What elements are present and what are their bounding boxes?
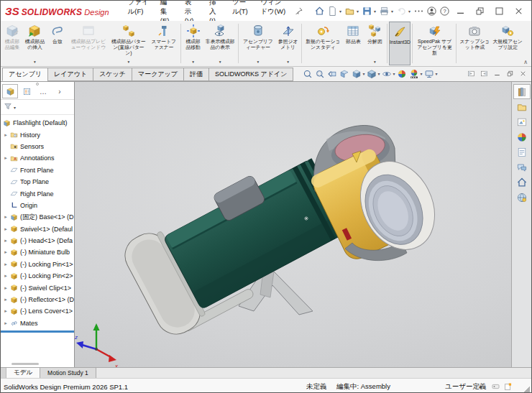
dropdown-caret-icon[interactable]: ▾ xyxy=(391,9,393,14)
filter-caret-icon[interactable]: ▾ xyxy=(14,105,16,110)
ribbon-bom-button[interactable]: 部品表 xyxy=(342,22,364,65)
view-orientation-button[interactable]: ▾ xyxy=(352,69,364,79)
ribbon-move-component-button[interactable]: 構成部品移動▾ xyxy=(183,22,204,65)
ribbon-show-hidden-components-button[interactable]: 非表示構成部品の表示▾ xyxy=(204,22,237,65)
taskpane-custom-properties-button[interactable] xyxy=(513,144,531,159)
print-doc-button[interactable] xyxy=(378,5,390,17)
tree-item-locking-pin-1[interactable]: ▸(-) Locking Pin<1> xyxy=(1,259,74,270)
dropdown-caret-icon[interactable]: ▾ xyxy=(420,71,422,76)
tree-item-mates[interactable]: ▸Mates xyxy=(1,318,74,329)
help-button[interactable]: ? xyxy=(439,5,451,17)
window-close-button[interactable] xyxy=(509,4,528,18)
expander-icon[interactable]: ▸ xyxy=(2,308,9,314)
dropdown-caret-icon[interactable]: ▾ xyxy=(128,59,130,65)
dropdown-caret-icon[interactable]: ▾ xyxy=(374,9,376,14)
tree-item-swivel-clip-1[interactable]: ▸(-) Swivel Clip<1> xyxy=(1,282,74,293)
tree-item-reflector-1[interactable]: ▸(-) Reflector<1> (D xyxy=(1,294,74,305)
panel-tab-expand[interactable]: › xyxy=(52,84,68,98)
dropdown-caret-icon[interactable]: ▾ xyxy=(357,9,359,14)
dropdown-caret-icon[interactable]: ▾ xyxy=(362,71,364,76)
dropdown-caret-icon[interactable]: ▾ xyxy=(435,71,437,76)
display-style-button[interactable]: ▾ xyxy=(367,69,380,79)
expander-icon[interactable]: ▸ xyxy=(2,155,9,161)
tree-item-top-plane[interactable]: Top Plane xyxy=(1,176,74,188)
tree-item-front-plane[interactable]: Front Plane xyxy=(1,165,74,176)
ribbon-large-assembly-settings-button[interactable]: 大規模アセンブリ設定 xyxy=(491,22,524,65)
rollback-bar[interactable] xyxy=(1,330,74,333)
window-maximize-button[interactable] xyxy=(490,4,509,18)
tab-sketch[interactable]: スケッチ xyxy=(93,68,132,81)
account-button[interactable] xyxy=(426,5,438,17)
dropdown-caret-icon[interactable]: ▾ xyxy=(374,59,376,65)
expander-icon[interactable]: ▸ xyxy=(2,238,9,244)
tab-evaluate[interactable]: 評価 xyxy=(183,68,209,81)
doc-minimize-button[interactable] xyxy=(493,70,501,78)
dropdown-caret-icon[interactable]: ▾ xyxy=(287,59,289,65)
tree-item-history[interactable]: ▸History xyxy=(1,129,74,140)
tree-item-right-plane[interactable]: Right Plane xyxy=(1,188,74,199)
dropdown-caret-icon[interactable]: ▾ xyxy=(393,71,395,76)
section-view-button[interactable] xyxy=(339,69,349,79)
dropdown-caret-icon[interactable]: ▾ xyxy=(257,59,260,65)
tree-item-miniature-bulb-1[interactable]: ▸(-) Miniature Bulb xyxy=(1,246,74,258)
ribbon-create-snapshot-button[interactable]: スナップショット作成 xyxy=(458,22,491,65)
doc-close-button[interactable] xyxy=(519,70,527,78)
dropdown-caret-icon[interactable]: ▾ xyxy=(192,59,194,65)
expander-icon[interactable]: ▸ xyxy=(2,273,9,279)
ribbon-smart-fasteners-button[interactable]: スマートファスナー xyxy=(149,22,179,65)
expander-icon[interactable]: ▸ xyxy=(2,214,9,220)
taskpane-view-palette-button[interactable] xyxy=(513,114,531,129)
sheet-tab-splitter[interactable] xyxy=(1,368,6,378)
expander-icon[interactable]: ▸ xyxy=(2,132,9,138)
pane-right-button[interactable] xyxy=(480,70,488,78)
dropdown-caret-icon[interactable]: ▾ xyxy=(377,71,380,76)
new-doc-button[interactable] xyxy=(326,5,339,17)
previous-view-button[interactable] xyxy=(327,69,337,79)
panel-tab-featuremanager[interactable] xyxy=(2,84,18,98)
doc-restore-button[interactable] xyxy=(506,70,514,78)
flashlight-model[interactable]: z x xyxy=(75,82,511,367)
ribbon-collapse-icon[interactable]: ∧ xyxy=(523,59,528,65)
open-doc-button[interactable] xyxy=(344,5,356,17)
view-settings-button[interactable]: ▾ xyxy=(424,69,437,79)
ribbon-insert-components-button[interactable]: 構成部品の挿入▾ xyxy=(23,22,47,65)
tree-item-base-1[interactable]: ▸(固定) Base<1> (D xyxy=(1,211,74,223)
panel-bottom-handle[interactable] xyxy=(12,363,39,365)
tree-item-origin[interactable]: Origin xyxy=(1,200,74,211)
tab-assembly[interactable]: アセンブリ xyxy=(2,68,48,81)
sheet-tab-motion-study-1[interactable]: Motion Study 1 xyxy=(40,368,96,378)
dropdown-caret-icon[interactable]: ▾ xyxy=(34,59,36,65)
ribbon-new-motion-study-button[interactable]: 新規のモーションスタディ xyxy=(303,22,342,65)
panel-resize-handle[interactable] xyxy=(36,83,39,85)
tree-item-locking-pin-2[interactable]: ▸(-) Locking Pin<2> xyxy=(1,270,74,282)
taskpane-solidworks-resources-button[interactable] xyxy=(513,175,531,190)
tree-item-swivel-1[interactable]: ▸Swivel<1> (Defaul xyxy=(1,223,74,235)
tab-markup[interactable]: マークアップ xyxy=(132,68,184,81)
tab-addins[interactable]: SOLIDWORKS アドイン xyxy=(208,68,293,81)
config-caret-icon[interactable]: ▲ xyxy=(478,384,482,389)
taskpane-marketplace-button[interactable] xyxy=(513,190,531,205)
ribbon-reference-geometry-button[interactable]: 参照ジオメトリ▾ xyxy=(276,22,300,65)
tree-item-sensors[interactable]: Sensors xyxy=(1,141,74,152)
expander-icon[interactable]: ▸ xyxy=(2,249,9,255)
ribbon-linear-component-pattern-button[interactable]: 構成部品パターン(直線パターン)▾ xyxy=(109,22,149,65)
ribbon-assembly-features-button[interactable]: アセンブリフィーチャー▾ xyxy=(240,22,276,65)
resize-grip[interactable] xyxy=(524,387,530,392)
status-note-button[interactable] xyxy=(503,382,513,391)
taskpane-solidworks-forum-button[interactable] xyxy=(513,159,531,175)
ribbon-instant3d-button[interactable]: Instant3D xyxy=(389,22,411,65)
ribbon-exploded-view-button[interactable]: 分解図▾ xyxy=(364,22,385,65)
taskpane-file-explorer-button[interactable] xyxy=(513,99,531,114)
expander-icon[interactable]: ▸ xyxy=(2,285,9,291)
pane-left-button[interactable] xyxy=(467,70,475,78)
zoom-to-fit-button[interactable] xyxy=(303,69,313,79)
hide-show-items-button[interactable]: ▾ xyxy=(382,69,395,79)
ribbon-mate-button[interactable]: 合致 xyxy=(47,22,68,65)
sheet-tab-model[interactable]: モデル xyxy=(6,368,40,378)
tree-item-head-1[interactable]: ▸(-) Head<1> (Defa xyxy=(1,235,74,246)
status-tag-button[interactable] xyxy=(491,382,500,391)
zoom-to-area-button[interactable] xyxy=(315,69,325,79)
home-button[interactable] xyxy=(313,5,326,17)
save-doc-button[interactable] xyxy=(361,5,373,17)
edit-appearance-button[interactable] xyxy=(397,69,407,79)
